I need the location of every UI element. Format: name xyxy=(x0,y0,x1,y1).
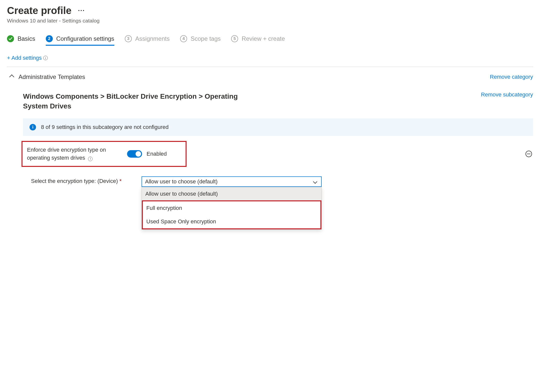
step-assignments[interactable]: 3 Assignments xyxy=(125,35,170,45)
chevron-down-icon xyxy=(313,180,317,184)
enabled-toggle[interactable] xyxy=(127,150,142,158)
check-icon xyxy=(7,35,14,42)
select-value: Allow user to choose (default) xyxy=(145,178,218,185)
highlight-box: Full encryption Used Space Only encrypti… xyxy=(142,200,321,229)
step-number-icon: 3 xyxy=(125,35,132,42)
encryption-type-select[interactable]: Allow user to choose (default) xyxy=(142,176,322,187)
step-number-icon: 5 xyxy=(231,35,238,42)
page-subtitle: Windows 10 and later - Settings catalog xyxy=(7,18,533,24)
step-scope-tags[interactable]: 4 Scope tags xyxy=(180,35,221,45)
highlight-box: Enforce drive encryption type on operati… xyxy=(22,141,187,167)
wizard-steps: Basics 2 Configuration settings 3 Assign… xyxy=(7,35,533,45)
step-label: Scope tags xyxy=(191,35,221,42)
step-label: Basics xyxy=(18,35,35,42)
more-actions-button[interactable]: ··· xyxy=(78,7,85,14)
remove-subcategory-link[interactable]: Remove subcategory xyxy=(481,91,533,98)
setting-row: Enforce drive encryption type on operati… xyxy=(22,141,533,167)
add-settings-link[interactable]: + Add settings i xyxy=(7,55,48,61)
info-icon[interactable]: i xyxy=(43,56,48,60)
step-review-create[interactable]: 5 Review + create xyxy=(231,35,285,45)
step-label: Review + create xyxy=(242,35,285,42)
info-icon[interactable]: i xyxy=(88,157,93,161)
option-allow-user[interactable]: Allow user to choose (default) xyxy=(142,187,321,201)
add-settings-label: + Add settings xyxy=(7,55,42,61)
info-icon: i xyxy=(30,124,36,130)
step-label: Configuration settings xyxy=(56,35,114,42)
info-banner: i 8 of 9 settings in this subcategory ar… xyxy=(23,118,533,136)
banner-text: 8 of 9 settings in this subcategory are … xyxy=(41,124,169,130)
page-title: Create profile xyxy=(7,5,72,16)
encryption-type-label: Select the encryption type: (Device) xyxy=(31,178,118,184)
setting-label: Enforce drive encryption type on operati… xyxy=(27,147,106,161)
step-number-icon: 2 xyxy=(46,35,53,42)
encryption-type-dropdown: Allow user to choose (default) Full encr… xyxy=(142,187,322,230)
chevron-up-icon[interactable] xyxy=(9,74,14,79)
step-basics[interactable]: Basics xyxy=(7,35,35,45)
divider xyxy=(7,67,533,67)
category-title: Administrative Templates xyxy=(19,73,85,80)
step-label: Assignments xyxy=(135,35,170,42)
required-indicator: * xyxy=(119,178,122,184)
subcategory-title: Windows Components > BitLocker Drive Enc… xyxy=(23,91,253,111)
step-number-icon: 4 xyxy=(180,35,187,42)
step-configuration-settings[interactable]: 2 Configuration settings xyxy=(46,35,114,46)
option-used-space-only[interactable]: Used Space Only encryption xyxy=(143,215,320,228)
remove-setting-button[interactable] xyxy=(525,151,532,157)
remove-category-link[interactable]: Remove category xyxy=(490,74,533,80)
toggle-state-label: Enabled xyxy=(147,151,167,157)
option-full-encryption[interactable]: Full encryption xyxy=(143,201,320,215)
